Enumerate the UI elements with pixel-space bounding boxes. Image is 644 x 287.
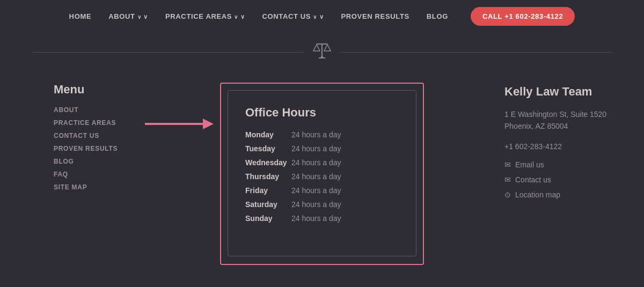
address-line2: Phoenix, AZ 85004 [504,122,568,130]
contact-email-icon: ✉ [504,175,511,184]
location-map-label: Location map [515,190,560,199]
hours-day-monday: Monday [245,130,288,139]
email-us-link[interactable]: ✉ Email us [504,160,612,169]
menu-item-site-map[interactable]: SITE MAP [54,183,140,191]
hours-time-sunday: 24 hours a day [291,214,341,223]
hours-day-thursday: Thursday [245,172,288,181]
nav-item-proven-results[interactable]: PROVEN RESULTS [341,12,409,20]
hours-row-friday: Friday 24 hours a day [245,186,399,195]
svg-marker-5 [203,119,214,129]
hours-row-tuesday: Tuesday 24 hours a day [245,144,399,153]
hours-time-monday: 24 hours a day [291,130,341,139]
address-line1: 1 E Washington St, Suite 1520 [504,110,606,119]
menu-section: Menu ABOUT PRACTICE AREAS CONTACT US PRO… [54,83,140,196]
menu-item-blog[interactable]: BLOG [54,158,140,165]
contact-title: Kelly Law Team [504,85,612,99]
svg-rect-0 [321,43,323,57]
svg-rect-1 [317,43,327,45]
location-map-link[interactable]: ⊙ Location map [504,190,612,199]
menu-title: Menu [54,83,140,97]
hours-row-saturday: Saturday 24 hours a day [245,200,399,209]
menu-item-about[interactable]: ABOUT [54,106,140,114]
nav-item-home[interactable]: HOME [69,12,92,20]
menu-item-faq[interactable]: FAQ [54,171,140,178]
hours-time-wednesday: 24 hours a day [291,158,341,167]
hours-row-thursday: Thursday 24 hours a day [245,172,399,181]
main-content: Menu ABOUT PRACTICE AREAS CONTACT US PRO… [0,72,644,276]
menu-item-contact-us[interactable]: CONTACT US [54,132,140,139]
hours-time-tuesday: 24 hours a day [291,144,341,153]
office-hours-inner: Office Hours Monday 24 hours a day Tuesd… [228,90,416,256]
email-us-label: Email us [515,160,544,169]
hours-time-saturday: 24 hours a day [291,200,341,209]
hours-row-monday: Monday 24 hours a day [245,130,399,139]
call-button[interactable]: CALL +1 602-283-4122 [471,7,575,26]
divider-right [340,52,612,53]
divider-left [32,52,304,53]
menu-item-practice-areas[interactable]: PRACTICE AREAS [54,119,140,127]
contact-address: 1 E Washington St, Suite 1520 Phoenix, A… [504,108,612,133]
office-hours-title: Office Hours [245,106,399,120]
hours-time-thursday: 24 hours a day [291,172,341,181]
office-hours-outer: Office Hours Monday 24 hours a day Tuesd… [220,83,424,265]
menu-list: ABOUT PRACTICE AREAS CONTACT US PROVEN R… [54,106,140,191]
scales-icon [312,41,332,63]
hours-row-sunday: Sunday 24 hours a day [245,214,399,223]
svg-rect-2 [321,56,323,57]
hours-day-tuesday: Tuesday [245,144,288,153]
contact-phone: +1 602-283-4122 [504,142,612,151]
location-icon: ⊙ [504,190,511,199]
contact-us-label: Contact us [515,175,551,184]
hours-day-friday: Friday [245,186,288,195]
arrow-indicator [145,116,215,134]
hours-day-sunday: Sunday [245,214,288,223]
email-icon: ✉ [504,160,511,169]
hours-day-wednesday: Wednesday [245,158,288,167]
nav-item-practice-areas[interactable]: PRACTICE AREAS ∨ [165,12,245,20]
nav-item-about[interactable]: ABOUT ∨ [108,12,148,20]
contact-section: Kelly Law Team 1 E Washington St, Suite … [504,83,612,205]
nav-item-blog[interactable]: BLOG [427,12,448,20]
nav-item-contact-us[interactable]: CONTACT US ∨ [262,12,324,20]
navbar: HOME ABOUT ∨ PRACTICE AREAS ∨ CONTACT US… [0,0,644,33]
menu-item-proven-results[interactable]: PROVEN RESULTS [54,145,140,152]
hours-row-wednesday: Wednesday 24 hours a day [245,158,399,167]
hours-time-friday: 24 hours a day [291,186,341,195]
contact-us-link[interactable]: ✉ Contact us [504,175,612,184]
divider-section [0,33,644,72]
svg-rect-3 [319,57,325,58]
hours-day-saturday: Saturday [245,200,288,209]
